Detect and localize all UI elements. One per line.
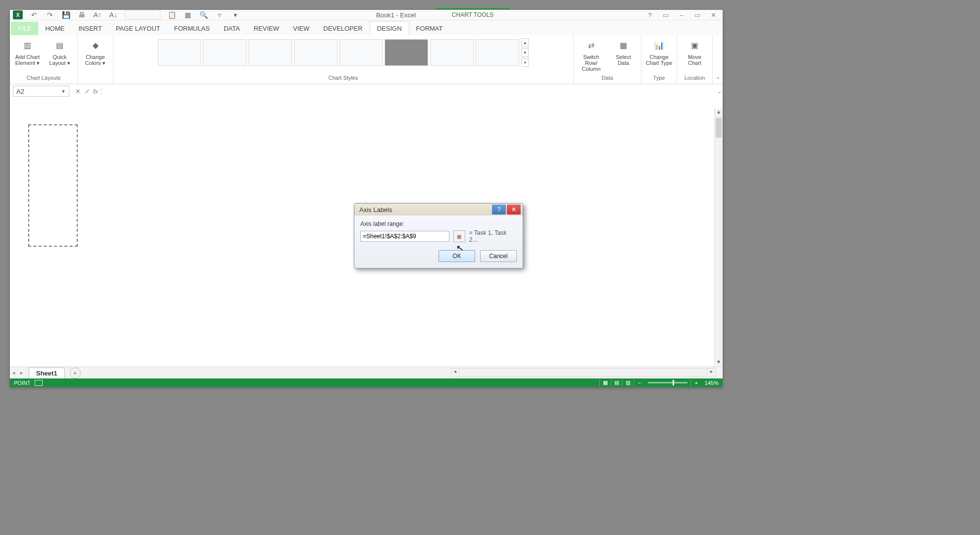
gallery-scroll-up-icon[interactable]: ▲ <box>521 38 529 47</box>
move-chart-icon: ▣ <box>687 37 703 53</box>
tab-scroll-right-icon[interactable]: ▸ <box>18 370 26 376</box>
file-tab[interactable]: FILE <box>11 22 38 35</box>
name-box[interactable]: A2 ▼ <box>13 86 69 97</box>
scroll-thumb[interactable] <box>716 118 722 138</box>
chart-style-5[interactable] <box>340 39 383 66</box>
new-sheet-icon[interactable]: ▦ <box>183 10 192 19</box>
switch-row-column-button[interactable]: ⇄ Switch Row/ Column <box>578 37 605 72</box>
vertical-scrollbar[interactable]: ▲ ▼ <box>714 109 723 367</box>
quick-access-toolbar: X ↶ ↷ 💾 🖶 A↑ A↓ 📋 ▦ 🔍 ▿ ▾ Book1 - Excel … <box>10 10 723 20</box>
quick-layout-button[interactable]: ▤ Quick Layout ▾ <box>46 37 73 66</box>
zoom-icon[interactable]: 🔍 <box>199 10 208 19</box>
page-layout-tab[interactable]: PAGE LAYOUT <box>109 22 167 35</box>
scroll-down-icon[interactable]: ▼ <box>715 359 723 367</box>
format-tab[interactable]: FORMAT <box>409 22 450 35</box>
chart-style-2[interactable] <box>203 39 246 66</box>
sort-icon[interactable]: ▾ <box>231 10 240 19</box>
new-sheet-button[interactable]: + <box>70 368 81 378</box>
home-tab[interactable]: HOME <box>38 22 71 35</box>
change-chart-type-button[interactable]: 📊 Change Chart Type <box>645 37 673 66</box>
chart-style-1[interactable] <box>158 39 201 66</box>
dialog-close-button[interactable]: ✕ <box>507 205 521 214</box>
chart-style-7[interactable] <box>430 39 474 66</box>
paste-icon[interactable]: 📋 <box>167 10 176 19</box>
chart-style-4[interactable] <box>294 39 338 66</box>
ribbon-display-options-icon[interactable]: ▭ <box>662 11 669 19</box>
document-title: Book1 - Excel <box>376 11 416 19</box>
status-bar: POINT ▦ ▤ ▥ − + 145% <box>10 378 723 387</box>
formula-input[interactable] <box>103 86 716 96</box>
view-tab[interactable]: VIEW <box>286 22 316 35</box>
chart-styles-gallery[interactable]: ▲ ▼ ▾ <box>158 37 529 67</box>
font-picker-placeholder[interactable] <box>125 10 160 19</box>
hscroll-right-icon[interactable]: ▸ <box>707 369 715 376</box>
switch-row-column-icon: ⇄ <box>584 37 599 53</box>
chart-style-8[interactable] <box>476 39 519 66</box>
enter-entry-icon[interactable]: ✓ <box>85 88 90 95</box>
macro-record-icon[interactable] <box>35 380 43 386</box>
minimize-button[interactable]: – <box>678 11 685 19</box>
excel-app-icon: X <box>13 10 23 19</box>
status-mode-label: POINT <box>14 380 31 386</box>
collapse-ribbon-icon[interactable]: ⌃ <box>713 75 723 84</box>
ribbon: ▥ Add Chart Element ▾ ▤ Quick Layout ▾ C… <box>10 35 723 84</box>
insert-function-icon[interactable]: fx <box>93 88 101 95</box>
design-tab[interactable]: DESIGN <box>370 21 409 35</box>
axis-label-preview: = Task 1, Task 2… <box>469 229 517 243</box>
dialog-title: Axis Labels <box>359 206 392 214</box>
data-tab[interactable]: DATA <box>217 22 247 35</box>
font-increase-icon[interactable]: A↑ <box>93 10 102 19</box>
horizontal-scrollbar[interactable]: ◂ ▸ <box>450 368 716 377</box>
change-colors-icon: ◆ <box>88 37 103 53</box>
review-tab[interactable]: REVIEW <box>247 22 286 35</box>
cancel-entry-icon[interactable]: ✕ <box>75 88 81 95</box>
chart-style-6[interactable] <box>385 39 428 66</box>
select-data-button[interactable]: ▦ Select Data <box>610 37 637 66</box>
zoom-slider[interactable] <box>648 382 687 383</box>
undo-icon[interactable]: ↶ <box>30 10 39 19</box>
restore-button[interactable]: ▭ <box>694 11 701 19</box>
developer-tab[interactable]: DEVELOPER <box>316 22 369 35</box>
axis-labels-dialog[interactable]: Axis Labels ? ✕ Axis label range: ▦ = Ta… <box>354 203 523 268</box>
scroll-up-icon[interactable]: ▲ <box>715 109 723 117</box>
change-colors-button[interactable]: ◆ Change Colors ▾ <box>82 37 109 66</box>
dialog-help-button[interactable]: ? <box>492 205 506 214</box>
formula-bar: A2 ▼ ✕ ✓ fx ⌄ <box>10 84 723 99</box>
hscroll-left-icon[interactable]: ◂ <box>451 369 459 376</box>
page-break-view-icon[interactable]: ▥ <box>622 379 634 386</box>
zoom-in-icon[interactable]: + <box>690 379 702 386</box>
zoom-out-icon[interactable]: − <box>634 379 645 386</box>
axis-label-range-input[interactable] <box>360 231 449 242</box>
worksheet-area[interactable]: Axis Labels ? ✕ Axis label range: ▦ = Ta… <box>10 98 723 367</box>
filter-icon[interactable]: ▿ <box>215 10 224 19</box>
insert-tab[interactable]: INSERT <box>71 22 108 35</box>
print-icon[interactable]: 🖶 <box>77 10 86 19</box>
page-layout-view-icon[interactable]: ▤ <box>611 379 622 386</box>
name-box-dropdown-icon[interactable]: ▼ <box>61 89 66 94</box>
move-chart-button[interactable]: ▣ Move Chart <box>681 37 708 66</box>
quick-layout-icon: ▤ <box>52 37 68 53</box>
close-button[interactable]: ✕ <box>710 11 717 19</box>
expand-formula-bar-icon[interactable]: ⌄ <box>716 88 723 95</box>
sheet-tab-sheet1[interactable]: Sheet1 <box>29 368 65 378</box>
marching-ants-selection <box>28 124 78 247</box>
formulas-tab[interactable]: FORMULAS <box>167 22 217 35</box>
gallery-more-icon[interactable]: ▾ <box>521 58 529 67</box>
zoom-level-label: 145% <box>702 380 719 386</box>
redo-icon[interactable]: ↷ <box>46 10 54 19</box>
help-icon[interactable]: ? <box>646 11 653 19</box>
normal-view-icon[interactable]: ▦ <box>599 379 611 386</box>
tab-scroll-left-icon[interactable]: ◂ <box>10 370 18 376</box>
cancel-button[interactable]: Cancel <box>480 250 517 262</box>
save-icon[interactable]: 💾 <box>61 10 70 19</box>
chart-tools-context-label: CHART TOOLS <box>436 8 510 18</box>
gallery-scroll-down-icon[interactable]: ▼ <box>521 48 529 57</box>
add-chart-element-icon: ▥ <box>20 37 36 53</box>
ok-button[interactable]: OK <box>439 250 475 262</box>
menu-bar: FILE HOME INSERT PAGE LAYOUT FORMULAS DA… <box>10 20 723 35</box>
chart-style-3[interactable] <box>248 39 292 66</box>
range-picker-icon[interactable]: ▦ <box>453 230 465 242</box>
add-chart-element-button[interactable]: ▥ Add Chart Element ▾ <box>14 37 41 66</box>
location-group-label: Location <box>681 75 708 84</box>
font-decrease-icon[interactable]: A↓ <box>109 10 118 19</box>
